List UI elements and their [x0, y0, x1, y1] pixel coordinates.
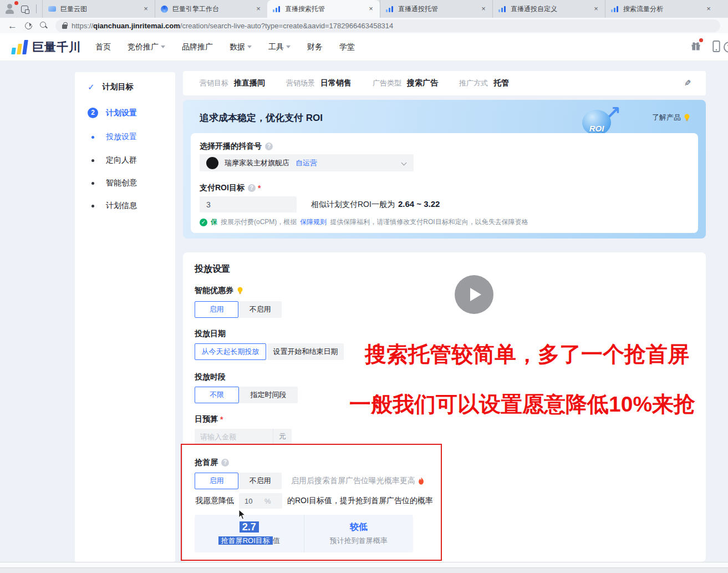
question-icon[interactable]: ? — [248, 184, 256, 192]
roi-goal-card: 追求成本稳定，优化支付 ROI ↗ ROI 了解产品 选择开播的抖音号 ? 瑞摩… — [183, 100, 706, 239]
roi-card-title: 追求成本稳定，优化支付 ROI — [200, 111, 323, 124]
tab-close-icon[interactable]: × — [141, 4, 150, 13]
browser-profile-icon[interactable] — [4, 3, 16, 14]
roi-card-body: 选择开播的抖音号 ? 瑞摩家装主材旗舰店 自运营 支付ROI目标 ? * 相似计… — [191, 133, 698, 233]
help-circle-icon[interactable]: ? — [724, 42, 728, 53]
nav-bidding-promo[interactable]: 竞价推广 — [128, 42, 165, 52]
summary-ad-type: 广告类型 搜索广告 — [373, 78, 438, 88]
browser-tab-traffic-analysis[interactable]: 搜索流量分析 × — [605, 0, 717, 18]
tab-close-icon[interactable]: × — [254, 4, 263, 13]
tab-label: 直播搜索托管 — [285, 4, 362, 14]
qianchuan-logo[interactable]: 巨量千川 — [12, 39, 81, 55]
annotation-red-rectangle — [181, 444, 442, 561]
lightbulb-icon — [684, 114, 690, 121]
tab-label: 搜索流量分析 — [623, 4, 700, 14]
step-number-badge: 2 — [88, 108, 98, 118]
sidebar-item-audience[interactable]: 定向人群 — [88, 155, 137, 165]
tab-close-icon[interactable]: × — [592, 4, 600, 13]
chevron-down-icon — [247, 45, 252, 50]
required-asterisk: * — [258, 184, 261, 192]
date-longterm-button[interactable]: 从今天起长期投放 — [195, 343, 266, 360]
roi-sphere-icon: ROI — [582, 110, 611, 135]
mobile-icon[interactable] — [712, 40, 720, 54]
time-specified-button[interactable]: 指定时间段 — [239, 387, 298, 403]
coupon-enable-button[interactable]: 启用 — [195, 301, 238, 318]
browser-tab-yuntu[interactable]: 巨量云图 × — [42, 0, 155, 18]
coupon-disable-button[interactable]: 不启用 — [238, 301, 282, 318]
app-header: 巨量千川 首页 竞价推广 品牌推广 数据 工具 财务 学堂 ? — [0, 33, 728, 61]
nav-tools[interactable]: 工具 — [268, 42, 291, 52]
settings-title: 投放设置 — [195, 263, 230, 275]
daily-budget-input[interactable] — [195, 429, 273, 444]
pay-roi-input[interactable] — [200, 196, 297, 212]
tab-close-icon[interactable]: × — [366, 4, 375, 13]
lightbulb-icon — [237, 287, 243, 295]
self-operated-tag: 自运营 — [296, 158, 317, 168]
date-range-button[interactable]: 设置开始和结束日期 — [267, 343, 344, 360]
question-icon[interactable]: ? — [265, 143, 273, 150]
play-icon — [470, 288, 481, 301]
tab-close-icon[interactable]: × — [479, 4, 488, 13]
workspace: ✓ 计划目标 2 计划设置 投放设置 定向人群 智能创意 计划信息 营销目标 — [0, 61, 728, 562]
browser-tab-live-hosting[interactable]: 直播通投托管 × — [380, 0, 492, 18]
summary-marketing-scene: 营销场景 日常销售 — [286, 78, 352, 88]
summary-promo-method: 推广方式 托管 — [459, 78, 509, 88]
nav-data[interactable]: 数据 — [230, 42, 252, 52]
daily-budget-box: 元 — [195, 429, 292, 444]
browser-tab-strip: 巨量云图 × 巨量引擎工作台 × 直播搜索托管 × 直播通投托管 × 直播通投自… — [0, 0, 728, 18]
delivery-date-toggle: 从今天起长期投放 设置开始和结束日期 — [195, 343, 344, 360]
browser-tab-live-custom[interactable]: 直播通投自定义 × — [492, 0, 605, 18]
campaign-summary-bar: 营销目标 推直播间 营销场景 日常销售 广告类型 搜索广告 推广方式 托管 ✎ — [183, 71, 706, 95]
sidebar-item-delivery-settings[interactable]: 投放设置 — [88, 132, 137, 142]
refresh-icon[interactable] — [23, 21, 33, 31]
douyin-account-select[interactable]: 瑞摩家装主材旗舰店 自运营 — [200, 154, 414, 171]
bullet-icon — [91, 205, 94, 207]
tab-strip-controls — [0, 0, 42, 18]
pay-roi-row: 相似计划支付ROI一般为2.64 ~ 3.22 — [200, 196, 440, 212]
sidebar-item-plan-settings[interactable]: 2 计划设置 — [88, 108, 137, 118]
gift-icon[interactable] — [690, 40, 701, 54]
roi-badge-graphic: ↗ ROI — [582, 108, 619, 136]
steps-sidebar: ✓ 计划目标 2 计划设置 投放设置 定向人群 智能创意 计划信息 — [75, 72, 175, 562]
tab-label: 巨量云图 — [60, 4, 137, 14]
video-play-button[interactable] — [455, 275, 493, 314]
chevron-down-icon — [401, 160, 407, 166]
search-icon[interactable] — [40, 22, 48, 29]
tab-close-icon[interactable]: × — [704, 4, 713, 13]
annotation-text-line2: 一般我们可以设置愿意降低10%来抢 — [349, 389, 695, 419]
tab-overview-icon[interactable] — [21, 6, 28, 13]
nav-academy[interactable]: 学堂 — [339, 42, 355, 52]
browser-tab-engine[interactable]: 巨量引擎工作台 × — [155, 0, 267, 18]
time-unlimited-button[interactable]: 不限 — [195, 387, 239, 403]
delivery-time-toggle: 不限 指定时间段 — [195, 387, 298, 403]
bottom-bar — [0, 562, 728, 573]
bars-favicon — [386, 6, 394, 12]
sidebar-item-plan-goal[interactable]: ✓ 计划目标 — [88, 82, 134, 92]
url-bar[interactable]: https://qianchuan.jinritemai.com/creatio… — [55, 19, 720, 32]
bars-favicon — [498, 6, 506, 12]
logo-bars-icon — [11, 40, 28, 54]
edit-icon[interactable]: ✎ — [684, 78, 691, 88]
check-icon: ✓ — [88, 82, 95, 92]
budget-unit-label: 元 — [273, 429, 292, 444]
browser-tab-search-hosting-active[interactable]: 直播搜索托管 × — [267, 0, 380, 18]
roi-range-value: 2.64 ~ 3.22 — [398, 199, 440, 209]
sidebar-item-plan-info[interactable]: 计划信息 — [88, 201, 137, 211]
delivery-date-label: 投放日期 — [195, 329, 226, 339]
header-right-icons: ? — [690, 33, 728, 61]
learn-more-link[interactable]: 了解产品 — [652, 113, 690, 123]
nav-brand-promo[interactable]: 品牌推广 — [182, 42, 213, 52]
back-icon[interactable]: ← — [8, 21, 17, 31]
tab-label: 直播通投自定义 — [511, 4, 587, 14]
nav-home[interactable]: 首页 — [95, 42, 111, 52]
browser-toolbar: ← https://qianchuan.jinritemai.com/creat… — [0, 18, 728, 33]
similar-roi-hint: 相似计划支付ROI一般为2.64 ~ 3.22 — [311, 199, 440, 210]
sidebar-item-smart-creative[interactable]: 智能创意 — [88, 178, 137, 188]
nav-finance[interactable]: 财务 — [307, 42, 323, 52]
summary-marketing-goal: 营销目标 推直播间 — [200, 78, 265, 88]
tab-strip-divider — [36, 4, 37, 13]
guarantee-rules-link[interactable]: 保障规则 — [300, 217, 327, 227]
bars-favicon — [273, 6, 281, 12]
bars-favicon — [611, 6, 619, 12]
profile-notification-dot — [14, 1, 18, 5]
